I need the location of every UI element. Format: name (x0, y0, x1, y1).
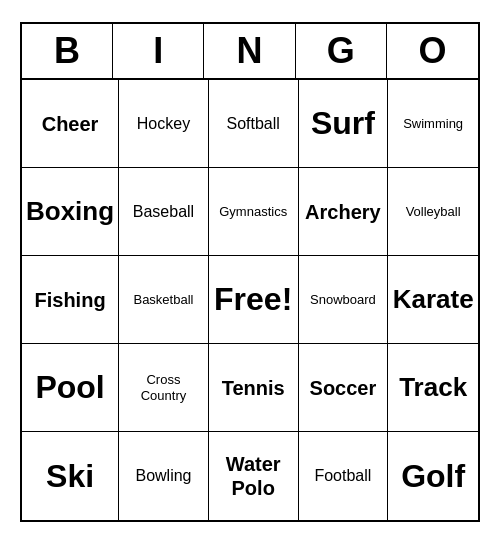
bingo-cell: Golf (388, 432, 478, 520)
bingo-cell: Baseball (119, 168, 209, 256)
bingo-cell: Cheer (22, 80, 119, 168)
bingo-header-cell: G (296, 24, 387, 78)
cell-label: Track (399, 372, 467, 403)
cell-label: Archery (305, 200, 381, 224)
bingo-cell: Archery (299, 168, 389, 256)
bingo-cell: Pool (22, 344, 119, 432)
bingo-cell: Track (388, 344, 478, 432)
cell-label: Hockey (137, 114, 190, 133)
cell-label: Bowling (135, 466, 191, 485)
bingo-cell: Snowboard (299, 256, 389, 344)
bingo-cell: Soccer (299, 344, 389, 432)
bingo-cell: Tennis (209, 344, 299, 432)
bingo-cell: Football (299, 432, 389, 520)
bingo-cell: Gymnastics (209, 168, 299, 256)
bingo-cell: Free! (209, 256, 299, 344)
bingo-cell: Karate (388, 256, 478, 344)
cell-label: Volleyball (406, 204, 461, 220)
bingo-cell: Water Polo (209, 432, 299, 520)
bingo-header-cell: O (387, 24, 478, 78)
bingo-cell: Ski (22, 432, 119, 520)
cell-label: Fishing (35, 288, 106, 312)
bingo-cell: Fishing (22, 256, 119, 344)
cell-label: Snowboard (310, 292, 376, 308)
cell-label: Cross Country (123, 372, 204, 403)
cell-label: Ski (46, 457, 94, 495)
cell-label: Football (314, 466, 371, 485)
bingo-grid: CheerHockeySoftballSurfSwimmingBoxingBas… (22, 80, 478, 520)
cell-label: Boxing (26, 196, 114, 227)
bingo-card: BINGO CheerHockeySoftballSurfSwimmingBox… (20, 22, 480, 522)
bingo-header-cell: I (113, 24, 204, 78)
bingo-header-cell: B (22, 24, 113, 78)
cell-label: Softball (227, 114, 280, 133)
cell-label: Soccer (310, 376, 377, 400)
cell-label: Surf (311, 104, 375, 142)
bingo-cell: Volleyball (388, 168, 478, 256)
bingo-cell: Surf (299, 80, 389, 168)
cell-label: Gymnastics (219, 204, 287, 220)
cell-label: Basketball (133, 292, 193, 308)
bingo-header: BINGO (22, 24, 478, 80)
cell-label: Cheer (42, 112, 99, 136)
bingo-header-cell: N (204, 24, 295, 78)
cell-label: Golf (401, 457, 465, 495)
bingo-cell: Swimming (388, 80, 478, 168)
cell-label: Baseball (133, 202, 194, 221)
cell-label: Karate (393, 284, 474, 315)
bingo-cell: Softball (209, 80, 299, 168)
bingo-cell: Bowling (119, 432, 209, 520)
bingo-cell: Boxing (22, 168, 119, 256)
bingo-cell: Cross Country (119, 344, 209, 432)
cell-label: Pool (35, 368, 104, 406)
cell-label: Free! (214, 280, 292, 318)
cell-label: Tennis (222, 376, 285, 400)
cell-label: Water Polo (213, 452, 294, 500)
bingo-cell: Basketball (119, 256, 209, 344)
bingo-cell: Hockey (119, 80, 209, 168)
cell-label: Swimming (403, 116, 463, 132)
